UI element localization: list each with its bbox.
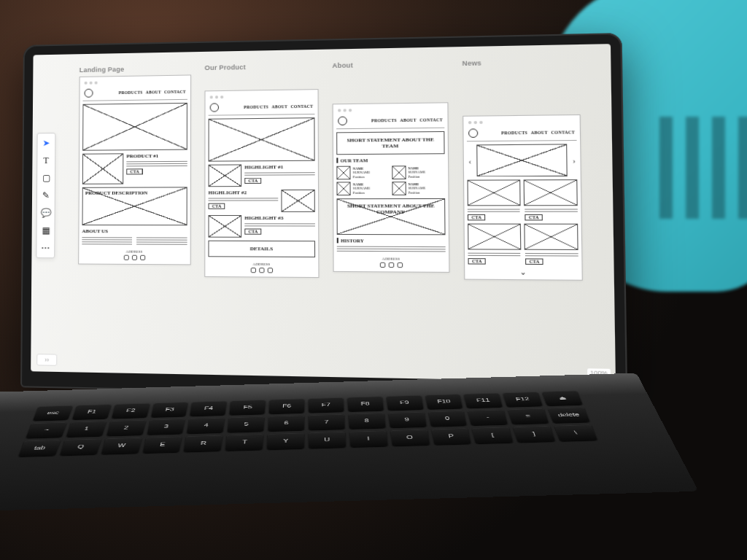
keyboard-key: delete [548,408,589,424]
nav-link: PRODUCTS [501,131,527,136]
keyboard-key: F6 [269,399,304,414]
description-heading: PRODUCT DESCRIPTION [85,190,148,196]
cursor-tool[interactable]: ➤ [39,136,53,149]
news-grid [467,179,577,206]
window-controls-icon [467,118,577,124]
keyboard-key: esc [33,405,72,421]
nav-link: PRODUCTS [119,90,143,95]
hero-image-placeholder [82,103,187,151]
artboard-title: News [462,58,580,67]
wireframe-nav: PRODUCTS ABOUT CONTACT [467,126,577,141]
more-tool[interactable]: ⋯ [39,241,52,254]
keyboard-key: [ [472,427,513,444]
keyboard-key: 4 [187,418,225,434]
nav-link: ABOUT [400,118,417,122]
product-heading: PRODUCT #1 [126,153,187,160]
laptop-keyboard: escF1F2F3F4F5F6F7F8F9F10F11F12⏏︎~1234567… [0,373,699,513]
keyboard-key: F2 [112,403,150,419]
sticky-tool[interactable]: ▢ [39,171,53,184]
artboard-product[interactable]: Our Product PRODUCTS ABOUT CONTACT [204,63,319,278]
keyboard-key: F12 [503,392,543,407]
wireframe-footer: ADDRESS [337,254,446,269]
history-label: HISTORY [337,238,446,244]
keyboard-key: 0 [428,411,467,427]
wireframe-nav: PRODUCTS ABOUT CONTACT [336,114,444,129]
highlight-heading: HIGHLIGHT #2 [209,190,279,195]
keyboard-key: F5 [230,400,266,415]
window-controls-icon [209,93,315,98]
keyboard-key: 8 [349,413,386,429]
keyboard-key: 5 [228,416,264,432]
social-icons [123,255,145,260]
wireframe-footer: ADDRESS [208,260,315,273]
cta-button: CTA [525,214,543,220]
keyboard-key: F9 [386,395,423,411]
keyboard-key: R [184,435,222,452]
highlight-image-placeholder [281,190,314,212]
keyboard-key: F10 [425,394,463,410]
artboard-landing[interactable]: Landing Page PRODUCTS ABOUT CONTACT [78,65,191,265]
nav-link: PRODUCTS [371,118,397,123]
comment-tool[interactable]: 💬 [39,206,53,219]
product-image-placeholder [82,153,124,184]
company-statement: SHORT STATEMENT ABOUT THE COMPANY [337,198,446,235]
collapse-panel-button[interactable]: ›› [36,354,57,366]
cta-button: CTA [244,228,261,234]
keyboard-key: P [431,428,471,445]
keyboard-key: 9 [388,412,426,428]
keyboard-key: E [142,436,182,453]
text-lines [126,161,187,167]
keyboard-key: Q [60,439,101,456]
keyboard-key: 2 [107,420,146,436]
details-heading: DETAILS [209,241,314,257]
nav-link: CONTACT [551,130,576,135]
keyboard-key: \ [554,424,597,441]
keyboard-key: F7 [309,397,344,413]
keyboard-key: F3 [151,402,188,417]
cta-button: CTA [525,258,543,265]
about-heading: ABOUT US [82,228,187,234]
text-tool[interactable]: T [39,154,53,167]
nav-link: ABOUT [531,131,548,136]
keyboard-key: I [349,430,387,447]
cta-button: CTA [468,214,486,220]
nav-link: ABOUT [271,104,287,109]
wireframe-nav: PRODUCTS ABOUT CONTACT [82,86,187,101]
window-controls-icon [336,106,444,112]
carousel: ‹ › [467,144,577,176]
keyboard-key: tab [18,440,61,456]
keyboard-key: F11 [464,393,503,408]
window-controls-icon [83,79,187,85]
footer-address: ADDRESS [382,257,400,260]
keyboard-key: ] [514,426,555,443]
cta-button: CTA [126,168,143,174]
logo-icon [338,117,347,125]
keyboard-key: = [508,408,549,424]
artboard-news[interactable]: News PRODUCTS ABOUT CONTACT [462,58,583,281]
footer-address: ADDRESS [125,250,142,254]
keyboard-key: - [468,410,508,426]
team-statement: SHORT STATEMENT ABOUT THE TEAM [336,131,444,155]
artboard-title: Landing Page [80,65,191,74]
team-grid: NAMESURNAMEPosition NAMESURNAMEPosition … [336,166,445,195]
our-team-label: OUR TEAM [336,157,444,163]
frame-tool[interactable]: ▦ [39,224,53,237]
keyboard-key: 7 [309,414,344,430]
keyboard-key: T [225,434,263,451]
artboard-about[interactable]: About PRODUCTS ABOUT CONTACT [332,61,449,273]
artboards-row: Landing Page PRODUCTS ABOUT CONTACT [77,58,598,367]
keyboard-key: ⏏︎ [542,391,582,406]
nav-link: CONTACT [291,104,314,109]
logo-icon [468,128,478,138]
design-app-screen: ➤T▢✎💬▦⋯ Landing Page PRODUCTS AB [31,44,616,382]
cta-button: CTA [244,178,261,184]
canvas[interactable]: ➤T▢✎💬▦⋯ Landing Page PRODUCTS AB [31,44,616,382]
artboard-title: About [332,61,448,69]
logo-icon [85,89,93,98]
pen-tool[interactable]: ✎ [39,189,53,202]
wireframe-footer: ADDRESS [82,247,187,261]
highlight-heading: HIGHLIGHT #1 [244,164,314,171]
chevron-down-icon: ⌄ [468,268,579,277]
keyboard-key: F1 [72,405,111,420]
wireframe-nav: PRODUCTS ABOUT CONTACT [209,101,315,116]
